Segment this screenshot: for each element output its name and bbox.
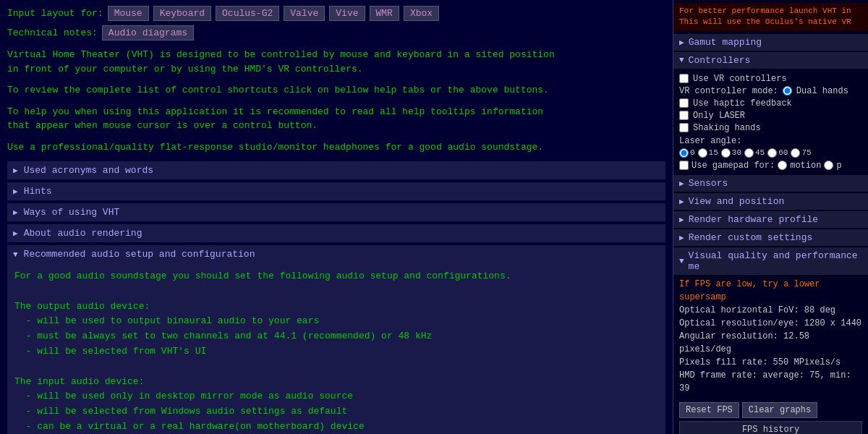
audio-diagrams-button[interactable]: Audio diagrams [102,25,194,41]
view-position-label: View and position [689,196,785,207]
laser-radios: 0 15 30 45 6 [679,148,862,158]
view-position-arrow: ▶ [679,197,684,206]
render-custom-arrow: ▶ [679,233,684,242]
laser-angle-label: Laser angle: [679,136,862,146]
section-label-hints: Hints [24,186,52,197]
only-laser-row: Only LASER [679,111,862,121]
mouse-button[interactable]: Mouse [108,6,149,21]
laser-75: 75 [791,148,811,158]
left-panel: Input layout for: Mouse Keyboard Oculus-… [0,0,673,434]
laser-radio-30[interactable] [721,148,731,158]
section-ways[interactable]: ▶ Ways of using VHT [7,203,665,221]
input-layout-row: Input layout for: Mouse Keyboard Oculus-… [7,6,665,21]
laser-45: 45 [744,148,765,158]
perf-content: If FPS are low, try a lower supersamp Op… [673,275,868,398]
sensors-arrow: ▶ [679,179,684,188]
gamepad-mode-p: p [836,161,841,171]
section-audio-rendering[interactable]: ▶ About audio rendering [7,224,665,242]
section-label-audio-rendering: About audio rendering [24,228,142,239]
use-vr-label: Use VR controllers [693,74,787,84]
perf-line-4: Pixels fill rate: 550 MPixels/s [679,356,862,369]
controllers-content: Use VR controllers VR controller mode: D… [673,69,868,174]
body-text-4: Use a professional/quality flat-response… [7,140,665,155]
tech-notes-row: Technical notes: Audio diagrams [7,25,665,41]
input-layout-label: Input layout for: [7,8,103,19]
gamepad-mode-2-radio[interactable] [824,161,833,170]
laser-radio-15[interactable] [698,148,707,158]
haptic-checkbox[interactable] [679,98,689,108]
perf-line-1: Optical horizontal FoV: 88 deg [679,304,862,317]
shaking-hands-checkbox[interactable] [679,123,689,132]
render-custom-section: ▶ Render custom settings [673,229,868,246]
sensors-header[interactable]: ▶ Sensors [673,175,868,192]
motion-label: motion [790,161,821,171]
tech-notes-label: Technical notes: [7,27,98,38]
xbox-button[interactable]: Xbox [404,6,439,21]
visual-quality-arrow: ▼ [679,257,684,265]
body-text-2: To review the complete list of control s… [7,83,665,98]
section-label-recommended: Recommended audio setup and configuratio… [24,249,255,260]
view-position-section: ▶ View and position [673,193,868,210]
only-laser-checkbox[interactable] [679,111,689,120]
use-vr-row: Use VR controllers [679,74,862,84]
render-hardware-header[interactable]: ▶ Render hardware profile [673,211,868,228]
valve-button[interactable]: Valve [284,6,325,21]
section-recommended-audio[interactable]: ▼ Recommended audio setup and configurat… [7,245,665,434]
laser-label-15: 15 [709,148,718,157]
laser-radio-60[interactable] [767,148,777,158]
arrow-icon-audio-rendering: ▶ [13,229,18,238]
right-panel: For better performance launch VHT in Thi… [673,0,868,434]
gamut-mapping-arrow: ▶ [679,38,684,47]
visual-quality-header[interactable]: ▼ Visual quality and performance me [673,247,868,275]
perf-line-0: If FPS are low, try a lower supersamp [679,278,862,304]
laser-30: 30 [721,148,741,158]
gamepad-for-label: Use gamepad for: [692,161,775,171]
haptic-row: Use haptic feedback [679,98,862,109]
sensors-section: ▶ Sensors [673,175,868,192]
dual-hands-radio[interactable] [783,86,792,95]
dual-hands-label: Dual hands [796,86,848,96]
laser-label-60: 60 [778,148,788,157]
controllers-arrow: ▼ [679,56,684,64]
wmr-button[interactable]: WMR [370,6,399,21]
fps-history-button[interactable]: FPS history [679,421,862,434]
laser-label-0: 0 [690,148,695,157]
laser-radio-0[interactable] [679,148,689,158]
visual-quality-label: Visual quality and performance me [689,250,862,272]
clear-graphs-button[interactable]: Clear graphs [742,402,817,418]
laser-radio-45[interactable] [744,148,754,158]
gamepad-row: Use gamepad for: motion p [679,161,862,171]
perf-line-3: Angular resolution: 12.58 pixels/deg [679,330,862,356]
gamepad-checkbox[interactable] [679,161,689,170]
vive-button[interactable]: Vive [329,6,365,21]
only-laser-label: Only LASER [693,111,745,121]
section-acronyms[interactable]: ▶ Used acronyms and words [7,161,665,179]
controllers-header[interactable]: ▼ Controllers [673,52,868,69]
body-text-3: To help you when using this application … [7,105,665,133]
visual-quality-section: ▼ Visual quality and performance me If F… [673,247,868,434]
gamut-mapping-header[interactable]: ▶ Gamut mapping [673,34,868,51]
render-custom-header[interactable]: ▶ Render custom settings [673,229,868,246]
recommended-audio-content: For a good audio soundstage you should s… [7,263,665,434]
top-message-text: For better performance launch VHT in Thi… [679,7,851,26]
motion-radio[interactable] [778,161,787,170]
arrow-icon-recommended: ▼ [13,250,18,259]
laser-angle-section: Laser angle: 0 15 30 [679,136,862,158]
laser-0: 0 [679,148,695,158]
keyboard-button[interactable]: Keyboard [153,6,211,21]
oculus-g2-button[interactable]: Oculus-G2 [216,6,279,21]
controllers-section: ▼ Controllers Use VR controllers VR cont… [673,52,868,174]
reset-fps-button[interactable]: Reset FPS [679,402,739,418]
render-hardware-label: Render hardware profile [689,214,818,225]
section-label-ways: Ways of using VHT [24,207,120,218]
view-position-header[interactable]: ▶ View and position [673,193,868,210]
haptic-label: Use haptic feedback [693,98,792,109]
laser-radio-75[interactable] [791,148,800,158]
body-text-1: Virtual Home Theater (VHT) is designed t… [7,48,665,76]
perf-line-5: HMD frame rate: average: 75, min: 39 [679,369,862,395]
section-hints[interactable]: ▶ Hints [7,182,665,200]
render-hardware-section: ▶ Render hardware profile [673,211,868,228]
sensors-label: Sensors [689,178,728,189]
shaking-hands-label: Shaking hands [693,123,761,133]
use-vr-checkbox[interactable] [679,74,689,83]
